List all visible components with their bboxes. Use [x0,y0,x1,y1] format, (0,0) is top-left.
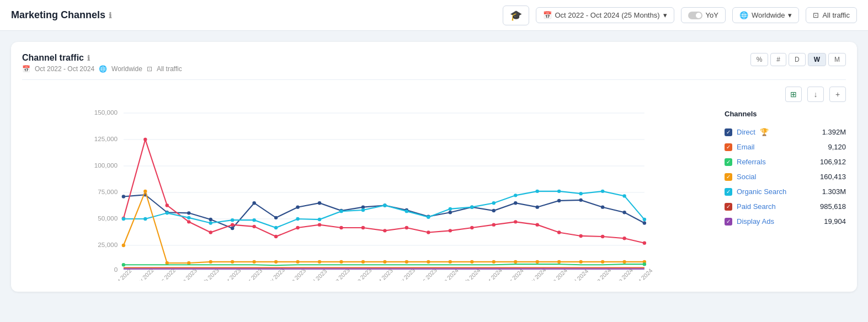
svg-point-73 [318,223,321,226]
legend-item-left: ✓ Paid Search [725,202,776,211]
excel-icon: ⊞ [790,90,797,99]
legend-item-left: ✓ Social [725,173,756,181]
download-icon: ↓ [814,90,818,99]
svg-point-124 [339,260,343,264]
svg-point-42 [187,211,190,214]
card-subtitle: 📅 Oct 2022 - Oct 2024 🌐 Worldwide ⊡ All … [22,65,182,73]
card-header-left: Channel traffic ℹ 📅 Oct 2022 - Oct 2024 … [22,53,182,73]
list-item: ✓ Organic Search 1.303M [725,184,846,199]
legend-item-left: ✓ Display Ads [725,217,774,226]
paid-search-value: 985,618 [820,202,846,211]
svg-point-105 [470,205,473,208]
comparison-toggle[interactable]: YoY [681,7,726,23]
direct-label[interactable]: Direct [737,128,755,136]
academy-button[interactable]: 🎓 [503,6,529,25]
svg-point-127 [405,260,408,264]
svg-point-97 [296,217,299,221]
add-icon: + [835,90,840,99]
view-daily-btn[interactable]: D [789,53,806,66]
organic-search-checkbox[interactable]: ✓ [725,188,732,196]
svg-point-130 [470,260,473,264]
legend-item-left: ✓ Referrals [725,158,766,166]
svg-point-107 [514,194,517,197]
card-info-icon[interactable]: ℹ [87,54,90,62]
svg-point-101 [383,203,386,207]
svg-text:25,000: 25,000 [98,241,118,248]
svg-point-140 [643,262,646,266]
paid-search-label[interactable]: Paid Search [737,202,776,211]
region-chevron-icon: ▾ [788,11,792,19]
page-header: Marketing Channels ℹ 🎓 📅 Oct 2022 - Oct … [0,0,868,31]
direct-checkbox[interactable]: ✓ [725,128,732,136]
date-range-text: Oct 2022 - Oct 2024 (25 Months) [555,11,660,19]
svg-point-133 [536,260,539,264]
social-label[interactable]: Social [737,173,756,181]
view-monthly-btn[interactable]: M [828,53,846,66]
svg-point-125 [361,260,365,264]
view-hash-btn[interactable]: # [770,53,786,66]
svg-point-109 [557,190,561,193]
svg-point-82 [514,220,517,223]
svg-point-66 [166,203,169,207]
organic-search-label[interactable]: Organic Search [737,187,786,196]
excel-export-button[interactable]: ⊞ [785,87,802,102]
svg-point-46 [274,216,278,219]
view-weekly-btn[interactable]: W [808,53,826,66]
svg-point-102 [405,210,408,213]
add-button[interactable]: + [829,87,846,102]
svg-point-43 [209,218,212,221]
traffic-icon: ⊡ [813,11,819,19]
legend-item-left: ✓ Direct 🏆 [725,128,769,136]
svg-point-132 [514,260,517,264]
referrals-checkbox[interactable]: ✓ [725,158,732,166]
list-item: ✓ Display Ads 19,904 [725,214,846,229]
svg-text:100,000: 100,000 [94,162,118,169]
social-checkbox[interactable]: ✓ [725,173,732,181]
svg-point-81 [492,223,496,226]
svg-point-106 [492,201,496,205]
svg-point-60 [579,198,582,202]
title-info-icon[interactable]: ℹ [109,11,111,20]
download-button[interactable]: ↓ [807,87,824,102]
svg-point-72 [296,226,299,229]
legend-title: Channels [725,110,846,118]
svg-text:125,000: 125,000 [94,135,118,142]
region-button[interactable]: 🌐 Worldwide ▾ [732,7,799,23]
title-text: Marketing Channels [11,9,105,21]
legend-item-left: ✓ Organic Search [725,187,786,196]
organic-search-value: 1.303M [822,187,846,196]
display-ads-label[interactable]: Display Ads [737,217,774,226]
subtitle-date-range: Oct 2022 - Oct 2024 [35,65,94,73]
traffic-filter-button[interactable]: ⊡ All traffic [806,7,857,23]
view-percent-btn[interactable]: % [750,53,769,66]
svg-point-126 [383,260,386,264]
svg-point-88 [643,242,646,245]
referrals-value: 106,912 [820,158,846,166]
svg-point-77 [405,226,408,229]
svg-point-100 [361,208,365,212]
globe-icon: 🌐 [739,11,748,19]
svg-point-78 [427,230,430,234]
direct-value: 1.392M [822,128,846,136]
page-title: Marketing Channels ℹ [11,9,111,21]
legend-item-left: ✓ Email [725,143,755,151]
svg-point-57 [514,201,517,205]
svg-point-108 [536,190,539,193]
svg-point-111 [601,190,604,193]
svg-text:75,000: 75,000 [98,188,118,195]
svg-point-121 [274,260,278,264]
paid-search-checkbox[interactable]: ✓ [725,203,732,211]
svg-text:150,000: 150,000 [94,109,118,116]
list-item: ✓ Social 160,413 [725,169,846,184]
date-range-button[interactable]: 📅 Oct 2022 - Oct 2024 (25 Months) ▾ [536,7,674,23]
svg-point-84 [557,230,561,234]
svg-text:0: 0 [114,266,118,273]
svg-point-135 [579,260,582,264]
display-ads-checkbox[interactable]: ✓ [725,218,732,226]
toggle-icon [688,12,702,19]
svg-point-62 [622,211,626,214]
email-checkbox[interactable]: ✓ [725,143,732,151]
email-label[interactable]: Email [737,143,755,151]
svg-point-76 [383,229,386,232]
referrals-label[interactable]: Referrals [737,158,766,166]
